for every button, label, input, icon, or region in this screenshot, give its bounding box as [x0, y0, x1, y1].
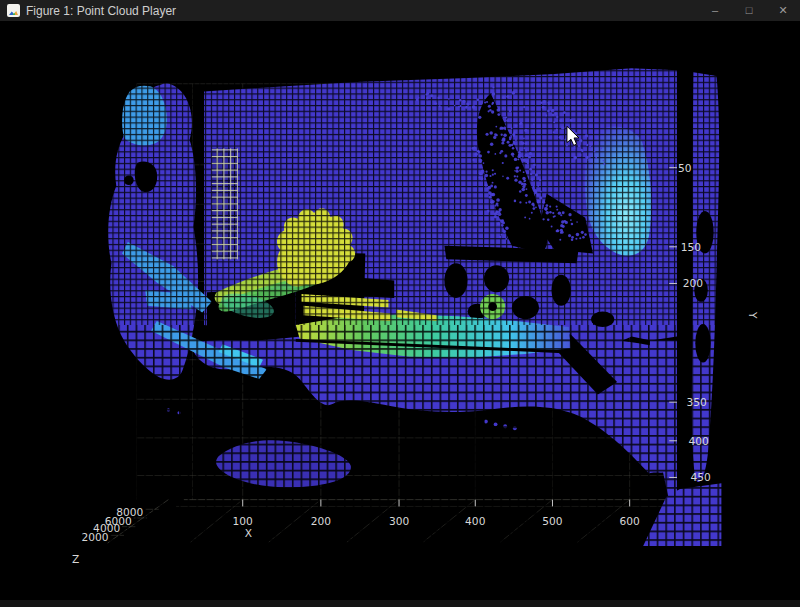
svg-text:400: 400: [465, 515, 486, 528]
matlab-figure-icon: [7, 4, 20, 17]
svg-text:200: 200: [683, 277, 704, 290]
svg-text:Z: Z: [72, 553, 79, 566]
svg-text:300: 300: [389, 515, 410, 528]
window-title: Figure 1: Point Cloud Player: [26, 4, 176, 18]
svg-text:2000: 2000: [82, 531, 109, 544]
close-button[interactable]: ✕: [766, 0, 800, 21]
svg-text:Y: Y: [746, 311, 759, 319]
point-cloud-3d-axes[interactable]: 100200300400500600X50150200350400450Y800…: [0, 21, 800, 600]
svg-text:450: 450: [690, 471, 711, 484]
svg-text:X: X: [245, 527, 252, 540]
svg-text:200: 200: [311, 515, 332, 528]
minimize-button[interactable]: –: [698, 0, 732, 21]
svg-text:500: 500: [542, 515, 563, 528]
svg-text:150: 150: [681, 241, 702, 254]
title-bar: Figure 1: Point Cloud Player – □ ✕: [0, 0, 800, 21]
svg-text:350: 350: [687, 396, 708, 409]
window-bottom-edge: [0, 600, 800, 607]
svg-text:100: 100: [233, 515, 254, 528]
svg-text:400: 400: [689, 435, 710, 448]
figure-window: Figure 1: Point Cloud Player – □ ✕: [0, 0, 800, 607]
maximize-button[interactable]: □: [732, 0, 766, 21]
mesh-texture-overlay: [96, 59, 728, 551]
window-controls: – □ ✕: [698, 0, 800, 21]
figure-canvas[interactable]: 100200300400500600X50150200350400450Y800…: [0, 21, 800, 600]
svg-text:50: 50: [678, 162, 692, 175]
svg-text:600: 600: [620, 515, 641, 528]
